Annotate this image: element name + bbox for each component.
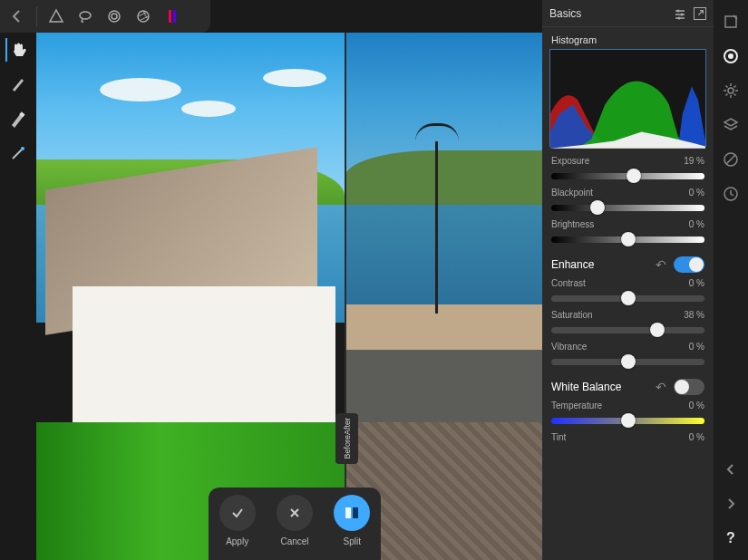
enhance-toggle[interactable]: [674, 256, 704, 273]
hand-tool-icon[interactable]: [5, 38, 29, 62]
svg-rect-8: [345, 507, 351, 518]
brush-tool-icon[interactable]: [6, 72, 30, 96]
canvas[interactable]: [36, 33, 542, 560]
vibrance-label: Vibrance: [551, 342, 587, 352]
clock-icon[interactable]: [720, 183, 742, 205]
svg-rect-9: [353, 507, 358, 518]
undo-icon[interactable]: ↶: [656, 380, 666, 394]
blackpoint-slider[interactable]: [551, 201, 704, 214]
blackpoint-label: Blackpoint: [551, 188, 593, 198]
histogram: [549, 49, 706, 147]
vibrance-value: 0 %: [689, 342, 704, 352]
spiral-icon[interactable]: [104, 6, 124, 26]
saturation-slider[interactable]: [551, 323, 704, 336]
after-label: After: [342, 418, 353, 435]
chevron-right-icon[interactable]: [720, 493, 742, 515]
brightness-value: 0 %: [689, 219, 704, 229]
svg-point-3: [138, 11, 149, 22]
brightness-label: Brightness: [551, 219, 594, 229]
triangle-icon[interactable]: [46, 6, 66, 26]
apply-label: Apply: [226, 536, 248, 546]
exposure-label: Exposure: [551, 156, 589, 166]
help-icon[interactable]: ?: [720, 527, 742, 549]
wb-toggle[interactable]: [674, 379, 704, 395]
left-tool-strip: [0, 33, 36, 560]
svg-rect-13: [725, 16, 736, 27]
lasso-icon[interactable]: [75, 6, 95, 26]
svg-point-11: [681, 13, 684, 15]
wand-tool-icon[interactable]: [6, 141, 30, 165]
saturation-label: Saturation: [551, 310, 593, 320]
svg-point-12: [678, 16, 681, 19]
contrast-slider[interactable]: [551, 292, 704, 304]
right-icon-strip: ?: [714, 0, 748, 560]
chevron-left-icon[interactable]: [720, 459, 742, 480]
undo-icon[interactable]: ↶: [656, 257, 666, 272]
action-bar: Apply Cancel Split: [209, 488, 381, 560]
swatch-icon[interactable]: [162, 6, 182, 26]
layers-icon[interactable]: [720, 114, 742, 136]
crop-icon[interactable]: [720, 11, 742, 33]
svg-point-16: [728, 88, 733, 93]
contrast-label: Contrast: [551, 278, 586, 288]
cancel-button[interactable]: [277, 495, 313, 531]
panel-title: Basics: [549, 7, 581, 20]
brightness-slider[interactable]: [551, 233, 704, 246]
exposure-slider[interactable]: [551, 169, 704, 182]
adjustments-panel: Basics Histogram Exposure19 % Blackpoint…: [542, 0, 714, 560]
svg-point-1: [109, 11, 120, 22]
contrast-value: 0 %: [689, 278, 704, 288]
split-label: Split: [344, 536, 361, 546]
pencil-tool-icon[interactable]: [6, 107, 30, 130]
split-divider[interactable]: [345, 33, 346, 560]
lens-icon[interactable]: [720, 45, 742, 67]
tint-label: Tint: [551, 432, 566, 442]
svg-point-2: [112, 14, 117, 19]
back-button[interactable]: [7, 6, 27, 26]
top-toolbar: [0, 0, 210, 33]
circle-slash-icon[interactable]: [720, 149, 742, 170]
separator: [36, 6, 37, 26]
svg-point-0: [80, 12, 91, 19]
cancel-label: Cancel: [280, 536, 308, 546]
enhance-title: Enhance: [551, 258, 594, 271]
temperature-value: 0 %: [689, 401, 704, 410]
vibrance-slider[interactable]: [551, 355, 704, 368]
split-button[interactable]: [334, 495, 370, 531]
sliders-icon[interactable]: [674, 7, 686, 20]
popout-icon[interactable]: [694, 7, 706, 20]
exposure-value: 19 %: [684, 156, 704, 166]
temperature-slider[interactable]: [551, 414, 704, 427]
apply-button[interactable]: [219, 495, 256, 531]
svg-point-10: [677, 9, 680, 12]
saturation-value: 38 %: [684, 310, 704, 320]
histogram-label: Histogram: [542, 27, 714, 49]
split-label-tab[interactable]: After Before: [335, 413, 358, 464]
gear-icon[interactable]: [720, 80, 742, 101]
tint-value: 0 %: [689, 432, 704, 442]
aperture-icon[interactable]: [133, 6, 153, 26]
svg-point-7: [21, 147, 24, 150]
svg-rect-5: [173, 10, 176, 23]
svg-rect-4: [169, 10, 171, 23]
temperature-label: Temperature: [551, 401, 602, 410]
svg-point-15: [728, 53, 733, 59]
before-label: Before: [342, 435, 353, 459]
wb-title: White Balance: [551, 381, 621, 393]
blackpoint-value: 0 %: [689, 188, 704, 198]
